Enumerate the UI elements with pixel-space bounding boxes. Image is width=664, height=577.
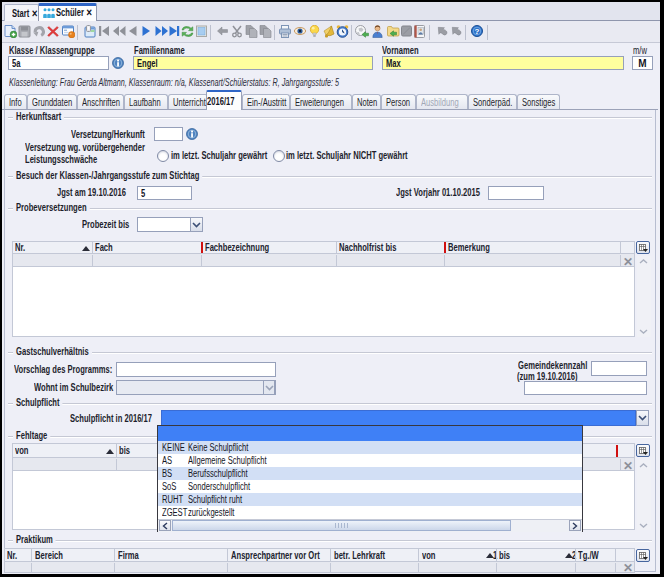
svg-text:?: ? (475, 27, 480, 36)
